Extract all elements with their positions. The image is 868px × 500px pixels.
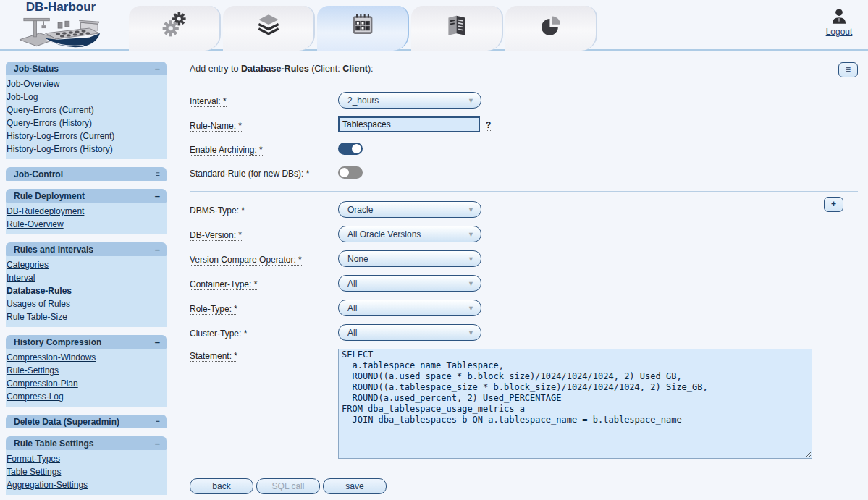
save-button[interactable]: save	[323, 478, 387, 494]
collapse-icon[interactable]: –	[155, 245, 160, 254]
gears-icon	[161, 17, 188, 41]
sidebar-section-header: Rules and Intervals–	[6, 242, 167, 256]
interval-select[interactable]: 2_hours ▼	[338, 92, 481, 109]
sidebar-section-job-control: Job-Control≡	[6, 167, 167, 181]
statement-label: Statement: *	[190, 349, 338, 361]
enable-archiving-toggle[interactable]	[338, 143, 363, 155]
container-type-value: All	[347, 279, 468, 289]
sidebar-item-rule-table-size[interactable]: Rule Table-Size	[6, 310, 167, 323]
sidebar-item-job-overview[interactable]: Job-Overview	[6, 77, 167, 90]
title-suffix: ):	[368, 64, 374, 74]
statement-textarea[interactable]: SELECT a.tablespace_name Tablespace, ROU…	[338, 349, 812, 459]
page-title: Add entry to Database-Rules (Client: Cli…	[190, 64, 858, 74]
form-actions: back SQL call save	[190, 478, 858, 494]
sidebar-section-title: Rule Deployment	[14, 191, 85, 201]
top-header: DB-Harbour	[0, 0, 868, 51]
dbms-type-label: DBMS-Type: *	[190, 203, 338, 216]
sidebar-nav: Job-Status–Job-OverviewJob-LogQuery-Erro…	[6, 62, 167, 500]
tab-statistics[interactable]	[505, 6, 597, 51]
role-type-select[interactable]: All ▼	[338, 300, 481, 316]
sidebar-item-compression-plan[interactable]: Compression-Plan	[6, 377, 167, 390]
sidebar-section-items: Format-TypesTable SettingsAggregation-Se…	[6, 450, 167, 495]
tab-layers[interactable]	[223, 6, 315, 51]
calendar-icon	[349, 17, 376, 41]
enable-archiving-label: Enable Archiving: *	[190, 143, 338, 155]
app-logo-text: DB-Harbour	[14, 1, 107, 14]
version-compare-select[interactable]: None ▼	[338, 250, 481, 267]
sidebar-item-format-types[interactable]: Format-Types	[6, 452, 167, 465]
sidebar-section-rule-deployment: Rule Deployment–DB-RuledeploymentRule-Ov…	[6, 189, 167, 234]
sidebar-section-header: Job-Control≡	[6, 167, 167, 181]
sidebar-section-items: Job-OverviewJob-LogQuery-Errors (Current…	[6, 75, 167, 159]
main-content: Add entry to Database-Rules (Client: Cli…	[190, 64, 858, 494]
sidebar-section-header: Job-Status–	[6, 62, 167, 75]
logout-block: Logout	[816, 7, 862, 37]
add-condition-button[interactable]: +	[824, 197, 843, 212]
sidebar-item-usages-of-rules[interactable]: Usages of Rules	[6, 297, 167, 310]
cluster-type-select[interactable]: All ▼	[338, 324, 481, 341]
db-version-select[interactable]: All Oracle Versions ▼	[338, 226, 481, 242]
chevron-down-icon: ▼	[468, 97, 474, 104]
sidebar-section-delete-data-superadmin: Delete Data (Superadmin)≡	[6, 415, 167, 428]
sidebar-section-header: Rule Table Settings–	[6, 436, 167, 450]
sidebar-item-interval[interactable]: Interval	[6, 271, 167, 284]
container-type-label: Container-Type: *	[190, 277, 338, 289]
rule-name-input[interactable]	[338, 116, 480, 132]
sidebar-section-title: Job-Control	[14, 169, 63, 179]
cluster-type-value: All	[347, 328, 468, 338]
role-type-value: All	[347, 303, 468, 313]
form-row-version-compare: Version Compare Operator: * None ▼	[190, 250, 858, 267]
form-row-db-version: DB-Version: * All Oracle Versions ▼	[190, 226, 858, 242]
sidebar-section-rule-table-settings: Rule Table Settings–Format-TypesTable Se…	[6, 436, 167, 495]
sidebar-item-rule-overview[interactable]: Rule-Overview	[6, 218, 167, 231]
sidebar-item-job-log[interactable]: Job-Log	[6, 90, 167, 103]
report-icon	[443, 17, 471, 41]
chevron-down-icon: ▼	[468, 329, 474, 336]
sidebar-item-database-rules[interactable]: Database-Rules	[6, 284, 167, 297]
app-logo: DB-Harbour	[14, 1, 107, 50]
dbms-type-value: Oracle	[347, 205, 468, 215]
sidebar-section-history-compression: History Compression–Compression-WindowsR…	[6, 335, 167, 407]
sidebar-section-title: History Compression	[14, 337, 101, 347]
sidebar-item-aggregation-settings[interactable]: Aggregation-Settings	[6, 478, 167, 491]
sql-call-button[interactable]: SQL call	[256, 478, 320, 494]
back-button[interactable]: back	[190, 478, 253, 494]
standard-rule-label: Standard-Rule (for new DBs): *	[190, 166, 338, 179]
collapse-icon[interactable]: –	[155, 438, 160, 448]
db-version-value: All Oracle Versions	[347, 229, 468, 240]
form-row-interval: Interval: * 2_hours ▼	[190, 92, 858, 109]
collapse-icon[interactable]: –	[155, 337, 160, 347]
sidebar-item-compress-log[interactable]: Compress-Log	[6, 390, 167, 403]
expand-icon[interactable]: ≡	[156, 418, 160, 425]
table-menu-button[interactable]: ≡	[838, 62, 858, 77]
sidebar-item-history-log-errors-history[interactable]: History-Log-Errors (History)	[6, 143, 167, 156]
sidebar-section-title: Job-Status	[14, 64, 59, 74]
logout-link[interactable]: Logout	[826, 27, 853, 37]
sidebar-item-table-settings[interactable]: Table Settings	[6, 465, 167, 478]
expand-icon[interactable]: ≡	[156, 171, 160, 178]
sidebar-item-query-errors-current[interactable]: Query-Errors (Current)	[6, 103, 167, 116]
sidebar-item-rule-settings[interactable]: Rule-Settings	[6, 364, 167, 377]
sidebar-item-db-ruledeployment[interactable]: DB-Ruledeployment	[6, 205, 167, 218]
harbour-ship-icon	[14, 14, 107, 50]
sidebar-item-history-log-errors-current[interactable]: History-Log-Errors (Current)	[6, 130, 167, 143]
rule-name-help-icon[interactable]: ?	[486, 118, 491, 131]
sidebar-section-header: History Compression–	[6, 335, 167, 349]
sidebar-section-job-status: Job-Status–Job-OverviewJob-LogQuery-Erro…	[6, 62, 167, 159]
standard-rule-toggle[interactable]	[338, 166, 363, 179]
container-type-select[interactable]: All ▼	[338, 275, 481, 292]
form-row-statement: Statement: * SELECT a.tablespace_name Ta…	[190, 349, 858, 459]
collapse-icon[interactable]: –	[155, 64, 160, 73]
toggle-knob	[340, 168, 349, 177]
sidebar-item-categories[interactable]: Categories	[6, 258, 167, 271]
chevron-down-icon: ▼	[468, 280, 474, 287]
tab-settings[interactable]	[129, 6, 221, 51]
collapse-icon[interactable]: –	[155, 191, 160, 200]
chevron-down-icon: ▼	[468, 305, 474, 312]
sidebar-item-query-errors-history[interactable]: Query-Errors (History)	[6, 116, 167, 130]
rule-name-label: Rule-Name: *	[190, 119, 338, 131]
tab-schedule[interactable]	[317, 6, 409, 51]
dbms-type-select[interactable]: Oracle ▼	[338, 201, 481, 218]
sidebar-item-compression-windows[interactable]: Compression-Windows	[6, 351, 167, 364]
tab-reports[interactable]	[411, 6, 503, 51]
